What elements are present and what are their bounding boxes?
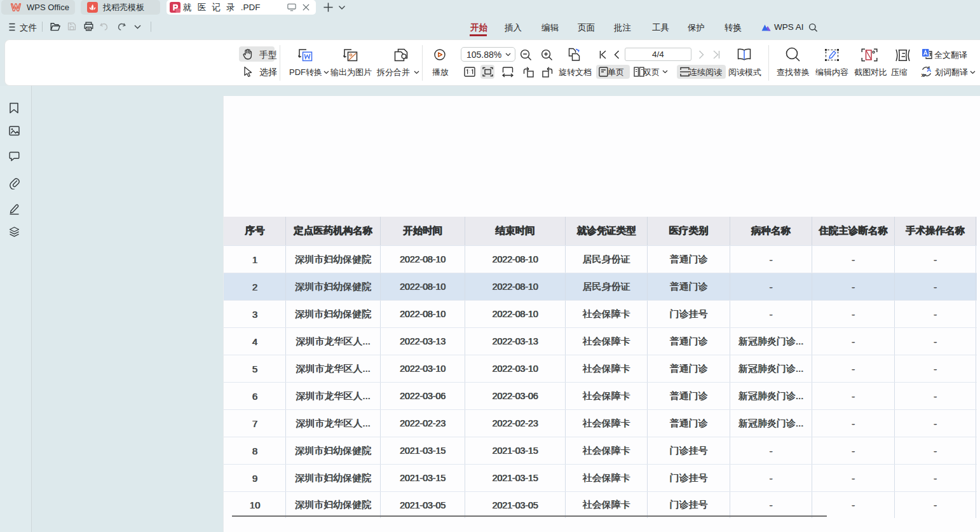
svg-text:x: x	[921, 72, 924, 78]
svg-text:A: A	[927, 66, 931, 73]
